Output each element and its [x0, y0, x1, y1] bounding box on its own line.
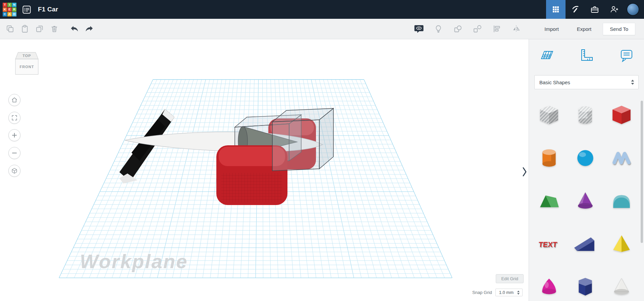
- view-cube-top-label: TOP: [22, 54, 31, 58]
- shape-item-box[interactable]: [603, 94, 640, 137]
- edit-toolbar: Import Export Send To: [0, 19, 644, 39]
- logo-tile: C: [3, 12, 7, 16]
- logo-tile: N: [12, 3, 16, 7]
- shape-item-round-roof[interactable]: [603, 180, 640, 222]
- viewport[interactable]: Workplane: [0, 39, 529, 301]
- tinkercad-window: TINKERCAD F1 Car: [0, 0, 644, 301]
- zoom-out-icon: [11, 150, 17, 156]
- top-bar-right: [546, 0, 644, 19]
- paste-button[interactable]: [17, 21, 32, 36]
- snap-grid-select[interactable]: 1.0 mm: [495, 289, 523, 296]
- shape-item-wedge[interactable]: [567, 222, 603, 265]
- cone-shape-icon: [574, 190, 596, 212]
- shape-item-cone-white[interactable]: [603, 265, 640, 301]
- edit-grid-button[interactable]: Edit Grid: [496, 274, 524, 283]
- redo-button[interactable]: [82, 21, 97, 36]
- zoom-in-button[interactable]: [8, 129, 20, 141]
- align-icon: [492, 24, 501, 33]
- workplane-icon: [539, 48, 554, 63]
- shape-category-dropdown[interactable]: Basic Shapes: [534, 75, 639, 89]
- shape-item-cylinder-hole[interactable]: [567, 94, 603, 137]
- panel-scrollbar[interactable]: [641, 101, 643, 243]
- notes-icon: [619, 48, 634, 63]
- text-shape-icon: TEXTTEXT: [538, 233, 560, 255]
- logo-tile: D: [12, 12, 16, 16]
- ruler-tool-button[interactable]: [579, 48, 594, 63]
- apps-grid-button[interactable]: [546, 0, 566, 19]
- apps-grid-icon: [552, 5, 560, 13]
- shape-item-sphere[interactable]: [567, 137, 603, 180]
- shape-item-pyramid[interactable]: [603, 222, 640, 265]
- tinker-button[interactable]: [566, 0, 585, 19]
- shape-item-roof[interactable]: [531, 180, 567, 222]
- shape-item-text[interactable]: TEXTTEXT: [531, 222, 567, 265]
- show-comments-button[interactable]: [412, 21, 426, 36]
- align-button[interactable]: [489, 21, 504, 36]
- paraboloid-shape-icon: [538, 276, 560, 298]
- fit-view-button[interactable]: [8, 112, 20, 124]
- box-hole-shape-icon: [538, 104, 560, 126]
- snap-grid-row: Snap Grid 1.0 mm: [472, 289, 523, 296]
- paste-icon: [20, 24, 29, 33]
- cylinder-hole-shape-icon: [574, 104, 596, 126]
- design-title[interactable]: F1 Car: [38, 6, 58, 13]
- panel-collapse-handle[interactable]: [522, 166, 528, 179]
- svg-text:TEXT: TEXT: [538, 240, 558, 249]
- zoom-out-button[interactable]: [8, 147, 20, 159]
- logo-tile: R: [12, 7, 16, 12]
- snap-grid-stepper-icon: [517, 290, 520, 295]
- perspective-toggle-button[interactable]: [8, 165, 20, 177]
- model-hole-box-large[interactable]: [272, 108, 333, 171]
- undo-redo-group: [67, 21, 97, 36]
- tips-button[interactable]: [431, 21, 446, 36]
- roof-shape-icon: [538, 190, 560, 212]
- shape-item-polygon[interactable]: [567, 265, 603, 301]
- home-view-button[interactable]: [8, 94, 20, 106]
- shape-category-value: Basic Shapes: [539, 80, 570, 85]
- delete-icon: [50, 24, 59, 33]
- main-area: Workplane: [0, 39, 644, 301]
- shape-item-scribble[interactable]: [603, 137, 640, 180]
- scribble-shape-icon: [610, 147, 633, 169]
- duplicate-icon: [35, 24, 44, 33]
- round-roof-shape-icon: [610, 190, 633, 212]
- home-view-icon: [11, 97, 18, 103]
- undo-button[interactable]: [67, 21, 82, 36]
- share-invite-button[interactable]: [604, 0, 624, 19]
- delete-button[interactable]: [47, 21, 62, 36]
- classes-button[interactable]: [585, 0, 604, 19]
- duplicate-button[interactable]: [32, 21, 47, 36]
- logo-tile: E: [7, 7, 12, 12]
- design-menu-icon: [22, 5, 31, 14]
- notes-tool-button[interactable]: [619, 48, 634, 63]
- group-button[interactable]: [450, 21, 465, 36]
- send-to-button[interactable]: Send To: [603, 23, 635, 35]
- mirror-icon: [512, 24, 521, 33]
- briefcase-icon: [590, 5, 599, 14]
- box-shape-icon: [610, 104, 633, 126]
- copy-button[interactable]: [3, 21, 17, 36]
- cylinder-shape-icon: [538, 147, 560, 169]
- logo-tile: I: [7, 3, 12, 7]
- mirror-button[interactable]: [509, 21, 524, 36]
- view-cube[interactable]: TOP FRONT: [13, 51, 40, 81]
- shape-item-cylinder[interactable]: [531, 137, 567, 180]
- export-button[interactable]: Export: [570, 23, 598, 35]
- comments-icon: [414, 24, 424, 34]
- viewport-3d-scene[interactable]: Workplane: [0, 39, 529, 301]
- avatar[interactable]: [627, 3, 639, 16]
- app-logo[interactable]: TINKERCAD: [3, 3, 16, 16]
- design-menu-button[interactable]: [20, 3, 33, 15]
- shape-item-box-hole[interactable]: [531, 94, 567, 137]
- polygon-shape-icon: [574, 276, 596, 298]
- logo-tile: K: [3, 7, 7, 12]
- import-button[interactable]: Import: [538, 23, 566, 35]
- workplane-tool-button[interactable]: [539, 48, 554, 63]
- fit-view-icon: [11, 114, 18, 121]
- ungroup-button[interactable]: [470, 21, 485, 36]
- add-person-icon: [610, 5, 619, 14]
- copy-icon: [6, 24, 14, 33]
- shape-item-paraboloid[interactable]: [531, 265, 567, 301]
- chevron-right-icon: [522, 167, 527, 177]
- shape-item-cone[interactable]: [567, 180, 603, 222]
